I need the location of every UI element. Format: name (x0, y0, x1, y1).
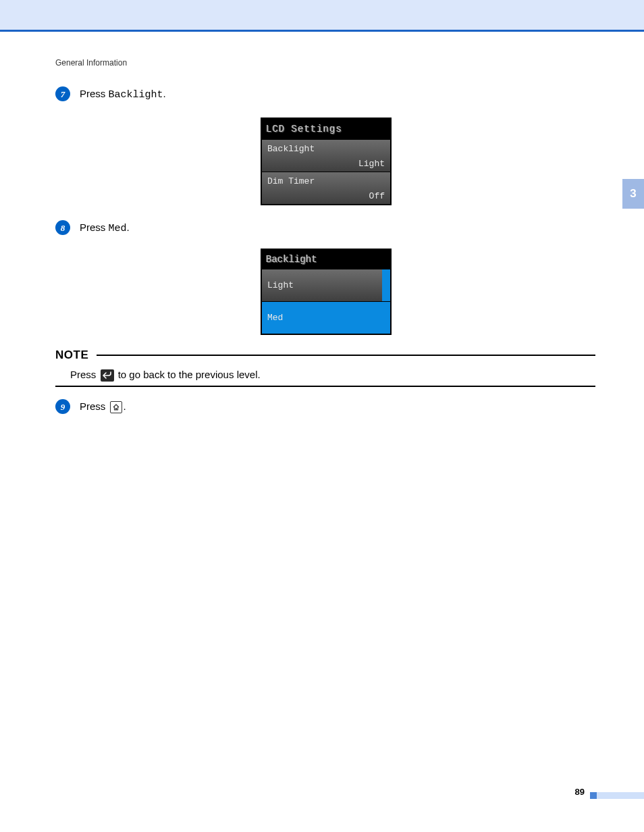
top-band (0, 0, 644, 30)
note-rule (97, 355, 595, 356)
lcd-title: Backlight (262, 250, 390, 269)
lcd-option-med[interactable]: Med (262, 301, 382, 334)
lcd-option-light[interactable]: Light (262, 269, 382, 301)
lcd-row-label: Dim Timer (267, 176, 385, 186)
step-badge: 7 (55, 86, 70, 101)
note-body: Press to go back to the previous level. (70, 369, 595, 382)
step-text: Press . (80, 399, 595, 414)
step-text: Press Backlight. (80, 86, 595, 103)
lcd-title: LCD Settings (262, 119, 390, 139)
lcd-row-value: Off (369, 191, 385, 201)
step-8: 8 Press Med. (55, 220, 595, 236)
code-text: Backlight (109, 89, 163, 101)
chapter-tab: 3 (622, 179, 644, 209)
top-rule (0, 30, 644, 32)
lcd-row-backlight[interactable]: Backlight Light (262, 139, 390, 172)
lcd-option-label: Light (267, 280, 294, 290)
lcd-option-label: Med (267, 313, 283, 323)
step-text: Press Med. (80, 220, 595, 236)
text: Press (80, 400, 109, 412)
lcd-row-value: Light (358, 159, 385, 169)
step-9: 9 Press . (55, 399, 595, 414)
text: to go back to the previous level. (115, 369, 261, 380)
lcd-backlight-screen: Backlight Light Med (261, 249, 392, 335)
step-badge: 8 (55, 220, 70, 235)
note-rule (55, 386, 595, 387)
running-header: General Information (55, 58, 127, 68)
text: Press (80, 222, 109, 233)
text: . (163, 88, 166, 99)
text: . (127, 222, 130, 233)
note-heading: NOTE (55, 348, 88, 362)
text: Press (70, 369, 99, 380)
lcd-row-dim-timer[interactable]: Dim Timer Off (262, 172, 390, 204)
footer-accent (597, 792, 644, 799)
lcd-settings-screen: LCD Settings Backlight Light Dim Timer O… (261, 118, 392, 205)
note-block: NOTE Press to go back to the previous le… (55, 348, 595, 387)
code-text: Med (109, 223, 127, 234)
text: Press (80, 88, 109, 99)
home-icon (110, 401, 122, 413)
step-7: 7 Press Backlight. (55, 86, 595, 103)
step-badge: 9 (55, 399, 70, 414)
lcd-scrollbar[interactable] (382, 269, 390, 334)
back-icon (101, 369, 114, 382)
lcd-row-label: Backlight (267, 144, 385, 154)
main-content: 7 Press Backlight. LCD Settings Backligh… (55, 86, 595, 423)
page-number: 89 (575, 787, 585, 797)
text: . (124, 400, 126, 412)
